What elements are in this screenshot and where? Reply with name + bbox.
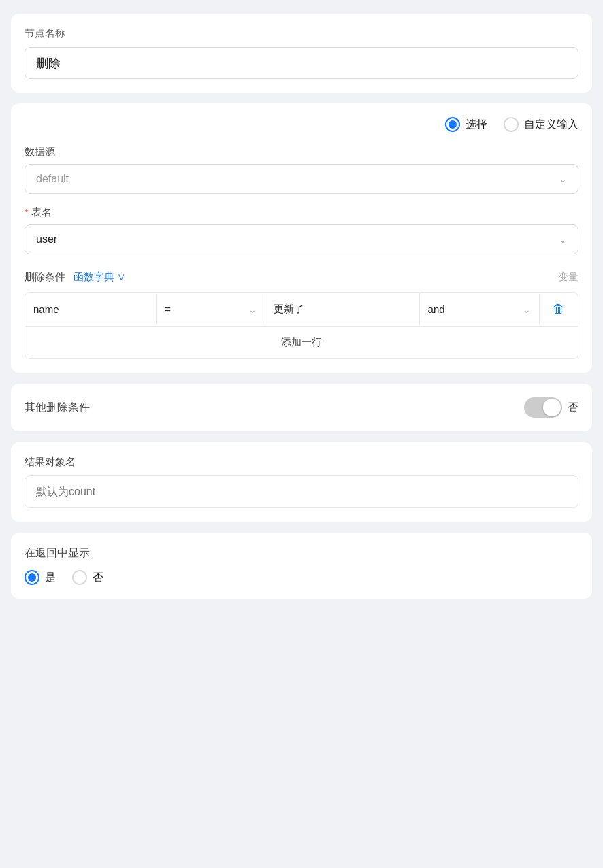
operator-chevron-icon: ⌄	[248, 304, 257, 315]
other-condition-section: 其他删除条件 否	[11, 384, 592, 431]
condition-operator-cell[interactable]: = ⌄	[157, 294, 265, 324]
condition-field-cell: name	[25, 294, 157, 324]
condition-title: 删除条件	[25, 271, 65, 284]
no-radio[interactable]	[72, 570, 87, 585]
yes-radio[interactable]	[25, 570, 39, 585]
toggle-container: 否	[524, 397, 578, 418]
yes-label: 是	[45, 571, 56, 585]
datasource-select[interactable]: default ⌄	[25, 164, 578, 194]
condition-table: name = ⌄ 更新了 and ⌄ 🗑 添加一行	[25, 292, 578, 359]
mode-radio-group: 选择 自定义输入	[25, 117, 578, 132]
config-section: 选择 自定义输入 数据源 default ⌄ *表名 user ⌄ 删除条件 函…	[11, 103, 592, 373]
condition-operator-value: =	[165, 303, 171, 315]
condition-logic-value: and	[428, 303, 445, 315]
tablename-chevron-icon: ⌄	[559, 234, 567, 245]
toggle-value-label: 否	[568, 401, 578, 415]
result-label: 结果对象名	[25, 456, 578, 469]
tablename-label: *表名	[25, 206, 578, 219]
tablename-select[interactable]: user ⌄	[25, 224, 578, 254]
condition-field-value: name	[33, 303, 59, 315]
condition-action-cell: 🗑	[540, 293, 578, 326]
no-option[interactable]: 否	[72, 570, 103, 585]
condition-value-cell[interactable]: 更新了	[265, 293, 420, 325]
add-row-button[interactable]: 添加一行	[25, 327, 578, 358]
tablename-value: user	[36, 233, 57, 246]
show-in-return-radio-group: 是 否	[25, 570, 578, 585]
show-in-return-label: 在返回中显示	[25, 546, 578, 561]
condition-logic-cell[interactable]: and ⌄	[420, 294, 540, 324]
node-name-label: 节点名称	[25, 27, 578, 40]
variable-label: 变量	[558, 271, 578, 284]
node-name-input[interactable]	[25, 47, 578, 79]
datasource-value: default	[36, 173, 69, 185]
node-name-section: 节点名称	[11, 14, 592, 93]
delete-row-icon[interactable]: 🗑	[553, 302, 565, 316]
datasource-chevron-icon: ⌄	[559, 173, 567, 184]
select-mode-label: 选择	[466, 118, 487, 132]
func-dict-button[interactable]: 函数字典 ∨	[74, 271, 125, 284]
result-section: 结果对象名	[11, 442, 592, 522]
show-in-return-section: 在返回中显示 是 否	[11, 533, 592, 599]
yes-option[interactable]: 是	[25, 570, 56, 585]
select-mode-radio[interactable]	[445, 117, 460, 132]
custom-mode-radio[interactable]	[504, 117, 519, 132]
select-mode-option[interactable]: 选择	[445, 117, 487, 132]
logic-chevron-icon: ⌄	[523, 304, 531, 315]
other-condition-toggle[interactable]	[524, 397, 562, 418]
condition-header-left: 删除条件 函数字典 ∨	[25, 271, 125, 284]
condition-header: 删除条件 函数字典 ∨ 变量	[25, 271, 578, 284]
condition-row: name = ⌄ 更新了 and ⌄ 🗑	[25, 293, 578, 327]
no-label: 否	[93, 571, 103, 585]
condition-value-text: 更新了	[274, 303, 304, 316]
required-star: *	[25, 206, 29, 218]
other-condition-label: 其他删除条件	[25, 401, 90, 415]
result-input[interactable]	[25, 475, 578, 508]
custom-mode-option[interactable]: 自定义输入	[504, 117, 578, 132]
toggle-knob	[543, 399, 561, 416]
custom-mode-label: 自定义输入	[524, 118, 578, 132]
datasource-label: 数据源	[25, 146, 578, 158]
